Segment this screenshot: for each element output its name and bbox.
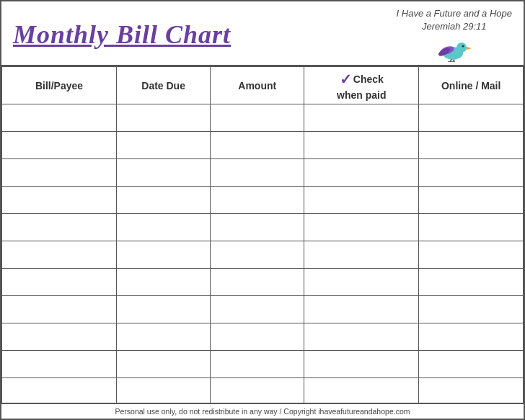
table-header-row: Bill/Payee Date Due Amount ✓ Check <box>2 67 524 104</box>
table-row <box>2 296 524 323</box>
table-cell <box>304 132 419 159</box>
table-cell <box>211 241 304 269</box>
table-cell <box>211 159 304 187</box>
table-cell <box>2 269 117 296</box>
table-cell <box>304 214 419 241</box>
table-cell <box>419 241 524 269</box>
table-cell <box>117 351 211 378</box>
table-cell <box>211 269 304 296</box>
table-cell <box>117 132 211 159</box>
table-row <box>2 323 524 351</box>
footer-text: Personal use only, do not redistribute i… <box>115 407 410 416</box>
table-row <box>2 214 524 241</box>
table-cell <box>304 187 419 214</box>
table-cell <box>304 241 419 269</box>
svg-point-1 <box>456 43 467 53</box>
table-cell <box>117 323 211 351</box>
col-header-date: Date Due <box>117 67 211 104</box>
table-cell <box>117 269 211 296</box>
table-cell <box>419 269 524 296</box>
table-cell <box>304 323 419 351</box>
subtitle: I Have a Future and a Hope Jeremiah 29:1… <box>397 7 512 33</box>
table-cell <box>211 104 304 132</box>
table-row <box>2 159 524 187</box>
table-cell <box>419 187 524 214</box>
col-header-online: Online / Mail <box>419 67 524 104</box>
table-cell <box>419 296 524 323</box>
table-cell <box>304 159 419 187</box>
table-cell <box>419 159 524 187</box>
table-body <box>2 104 524 403</box>
table-row <box>2 132 524 159</box>
table-cell <box>419 104 524 132</box>
table-cell <box>419 132 524 159</box>
table-cell <box>2 214 117 241</box>
table-cell <box>117 159 211 187</box>
table-cell <box>2 296 117 323</box>
table-cell <box>2 159 117 187</box>
table-cell <box>2 323 117 351</box>
table-cell <box>211 323 304 351</box>
svg-marker-2 <box>467 47 472 50</box>
table-cell <box>2 241 117 269</box>
table-cell <box>304 296 419 323</box>
table-cell <box>2 378 117 403</box>
table-cell <box>211 187 304 214</box>
table-cell <box>304 269 419 296</box>
table-cell <box>117 296 211 323</box>
svg-point-3 <box>462 45 464 48</box>
table-row <box>2 378 524 403</box>
table-cell <box>419 323 524 351</box>
page-wrapper: Monthly Bill Chart I Have a Future and a… <box>0 0 525 420</box>
table-cell <box>304 378 419 403</box>
table-row <box>2 269 524 296</box>
table-row <box>2 104 524 132</box>
bird-icon <box>436 35 473 62</box>
table-cell <box>117 378 211 403</box>
table-cell <box>419 378 524 403</box>
table-cell <box>117 241 211 269</box>
table-cell <box>419 214 524 241</box>
table-cell <box>419 351 524 378</box>
table-row <box>2 351 524 378</box>
table-cell <box>211 378 304 403</box>
header-right: I Have a Future and a Hope Jeremiah 29:1… <box>397 7 512 62</box>
header: Monthly Bill Chart I Have a Future and a… <box>1 1 524 66</box>
table-cell <box>304 351 419 378</box>
table-cell <box>117 214 211 241</box>
table-cell <box>211 214 304 241</box>
table-cell <box>2 351 117 378</box>
table-cell <box>304 104 419 132</box>
table-cell <box>117 187 211 214</box>
checkmark-icon: ✓ <box>340 70 352 89</box>
table-container: Bill/Payee Date Due Amount ✓ Check <box>1 66 524 403</box>
page-title: Monthly Bill Chart <box>13 19 231 50</box>
table-cell <box>2 104 117 132</box>
col-header-check: ✓ Check when paid <box>304 67 419 104</box>
col-header-amount: Amount <box>211 67 304 104</box>
col-header-bill: Bill/Payee <box>2 67 117 104</box>
table-row <box>2 241 524 269</box>
table-cell <box>2 187 117 214</box>
table-cell <box>117 104 211 132</box>
table-cell <box>211 132 304 159</box>
table-cell <box>211 351 304 378</box>
table-cell <box>2 132 117 159</box>
table-row <box>2 187 524 214</box>
footer: Personal use only, do not redistribute i… <box>1 403 524 419</box>
table-cell <box>211 296 304 323</box>
bill-table: Bill/Payee Date Due Amount ✓ Check <box>1 66 524 403</box>
